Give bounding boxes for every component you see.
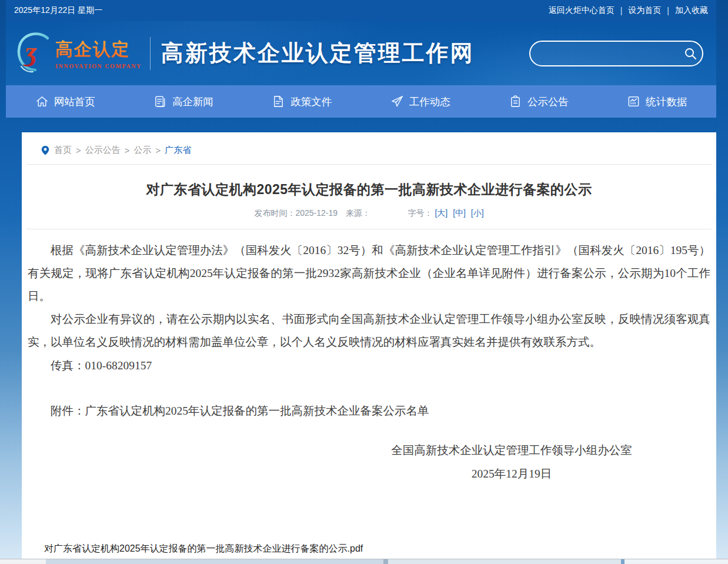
nav-item-home[interactable]: 网站首页 (6, 85, 124, 118)
fontsize-large-button[interactable]: [大] (435, 208, 448, 218)
site-logo[interactable]: ʒ 高企认定 INNOVATION COMPANY (15, 31, 142, 76)
fontsize-label: 字号： (408, 208, 433, 218)
breadcrumb-separator: > (125, 145, 130, 155)
nav-label: 工作动态 (409, 95, 450, 109)
search-input[interactable] (530, 49, 679, 59)
news-icon (153, 95, 167, 108)
source-label: 来源： (346, 208, 370, 218)
logo-subtitle: INNOVATION COMPANY (55, 63, 142, 69)
breadcrumb-publicity[interactable]: 公示 (134, 145, 152, 156)
topbar-separator: | (661, 6, 675, 15)
nav-item-announcements[interactable]: 公示公告 (479, 85, 597, 118)
top-utility-bar: 2025年12月22日 星期一 返回火炬中心首页 | 设为首页 | 加入收藏 (6, 0, 716, 21)
fontsize-small-button[interactable]: [小] (471, 208, 484, 218)
signature-org: 全国高新技术企业认定管理工作领导小组办公室 (335, 439, 688, 462)
breadcrumb-current-guangdong[interactable]: 广东省 (165, 145, 191, 156)
breadcrumb-separator: > (76, 145, 81, 155)
topbar-links: 返回火炬中心首页 | 设为首页 | 加入收藏 (549, 5, 708, 16)
attachment-pdf-link[interactable]: 对广东省认定机构2025年认定报备的第一批高新技术企业进行备案的公示.pdf (44, 543, 363, 555)
link-torch-center-home[interactable]: 返回火炬中心首页 (549, 5, 615, 16)
article-title: 对广东省认定机构2025年认定报备的第一批高新技术企业进行备案的公示 (22, 181, 716, 199)
search-box (529, 41, 703, 66)
logo-text: 高企认定 INNOVATION COMPANY (55, 38, 142, 69)
link-add-favorite[interactable]: 加入收藏 (675, 5, 708, 16)
article-paragraph: 根据《高新技术企业认定管理办法》（国科发火〔2016〕32号）和《高新技术企业认… (28, 239, 710, 308)
nav-item-statistics[interactable]: 统计数据 (598, 85, 716, 118)
current-date: 2025年12月22日 星期一 (14, 5, 102, 16)
nav-label: 统计数据 (646, 95, 687, 109)
publish-time-label: 发布时间： (254, 208, 295, 218)
logo-title: 高企认定 (55, 38, 142, 62)
footer-strip (0, 559, 728, 564)
signature-date: 2025年12月19日 (335, 462, 688, 486)
page-container: 2025年12月22日 星期一 返回火炬中心首页 | 设为首页 | 加入收藏 (6, 0, 716, 564)
breadcrumb-separator: > (156, 145, 161, 155)
search-button[interactable] (679, 42, 702, 65)
nav-label: 公示公告 (527, 95, 569, 109)
nav-item-work-updates[interactable]: 工作动态 (361, 85, 479, 118)
policy-file-icon (272, 95, 285, 108)
statistics-chart-icon (627, 95, 640, 108)
nav-item-news[interactable]: 高企新闻 (124, 85, 242, 118)
breadcrumb-announcements[interactable]: 公示公告 (85, 145, 121, 156)
breadcrumb-home[interactable]: 首页 (54, 145, 72, 156)
article-meta: 发布时间：2025-12-19 来源： 字号： [大] [中] [小] (26, 208, 712, 229)
nav-label: 网站首页 (54, 95, 95, 109)
article-signature: 全国高新技术企业认定管理工作领导小组办公室 2025年12月19日 (335, 439, 688, 486)
search-icon (683, 46, 697, 61)
article-paragraph: 对公示企业有异议的，请在公示期内以实名、书面形式向全国高新技术企业认定管理工作领… (28, 308, 710, 353)
fax-line: 传真：010-68209157 (28, 354, 710, 377)
content-panel: 首页 > 公示公告 > 公示 > 广东省 对广东省认定机构2025年认定报备的第… (22, 132, 716, 559)
breadcrumb: 首页 > 公示公告 > 公示 > 广东省 (26, 132, 712, 165)
site-header: ʒ 高企认定 INNOVATION COMPANY 高新技术企业认定管理工作网 (6, 21, 716, 85)
paper-plane-icon (390, 95, 404, 108)
article-body: 根据《高新技术企业认定管理办法》（国科发火〔2016〕32号）和《高新技术企业认… (22, 229, 716, 422)
nav-label: 政策文件 (290, 95, 332, 109)
fontsize-medium-button[interactable]: [中] (453, 208, 466, 218)
main-nav: 网站首页 高企新闻 政策文件 工作动态 公示公告 (6, 85, 716, 118)
location-pin-icon (41, 145, 50, 156)
header-divider (150, 37, 151, 70)
site-title: 高新技术企业认定管理工作网 (161, 38, 475, 68)
nav-item-policy[interactable]: 政策文件 (243, 85, 361, 118)
link-set-homepage[interactable]: 设为首页 (628, 5, 661, 16)
announcement-clipboard-icon (509, 95, 522, 108)
svg-text:ʒ: ʒ (23, 36, 38, 66)
topbar-separator: | (615, 6, 629, 15)
attachment-line: 附件：广东省认定机构2025年认定报备的第一批高新技术企业备案公示名单 (28, 399, 710, 422)
home-icon (35, 95, 49, 108)
logo-swirl-icon: ʒ (15, 31, 53, 76)
nav-label: 高企新闻 (172, 95, 213, 109)
publish-time-value: 2025-12-19 (295, 208, 338, 218)
